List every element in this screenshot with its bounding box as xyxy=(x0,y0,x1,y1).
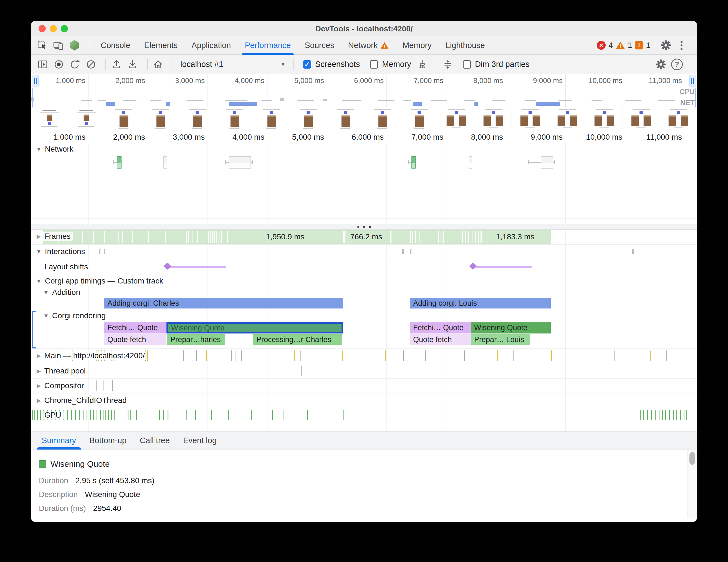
tab-performance[interactable]: Performance xyxy=(238,36,298,54)
timeline-overview[interactable]: 1,000 ms2,000 ms3,000 ms4,000 ms5,000 ms… xyxy=(31,74,697,108)
memory-checkbox[interactable]: Memory xyxy=(370,60,411,69)
dim-3rd-parties-checkbox[interactable]: Dim 3rd parties xyxy=(463,60,530,69)
tab-network[interactable]: Network! xyxy=(341,36,396,54)
status-badges[interactable]: × 4 ! 1 ! 1 xyxy=(597,41,650,50)
frames-track[interactable]: ▶ Frames 1,950.9 ms766.2 ms1,183.3 ms xyxy=(31,229,697,244)
range-edge-left[interactable] xyxy=(32,88,33,107)
screenshot-thumbnail[interactable] xyxy=(179,107,216,131)
settings-gear-icon[interactable] xyxy=(660,39,672,51)
scrollbar-thumb[interactable] xyxy=(689,452,695,465)
tab-memory[interactable]: Memory xyxy=(396,36,439,54)
tab-lighthouse[interactable]: Lighthouse xyxy=(439,36,492,54)
layout-shifts-track[interactable]: Layout shifts xyxy=(31,259,697,275)
thread-track-label[interactable]: ▶Thread pool xyxy=(34,367,88,376)
record-and-reload-icon[interactable] xyxy=(69,58,81,70)
screenshot-thumbnail[interactable] xyxy=(68,107,105,131)
screenshot-thumbnail[interactable] xyxy=(216,107,253,131)
custom-track-header[interactable]: ▼ Corgi app timings — Custom track xyxy=(31,275,697,288)
upload-profile-icon[interactable] xyxy=(110,58,123,70)
thread-track-label[interactable]: GPU xyxy=(42,411,64,420)
details-tab-bottom-up[interactable]: Bottom-up xyxy=(83,432,133,450)
timing-bar[interactable]: Processing…r Charles xyxy=(253,334,342,345)
network-request[interactable] xyxy=(225,156,253,168)
rendering-group-header[interactable]: ▼ Corgi rendering xyxy=(31,310,697,323)
extension-hexagon-icon[interactable] xyxy=(68,39,80,51)
thread-track[interactable]: ▶Thread pool xyxy=(31,364,697,379)
download-profile-icon[interactable] xyxy=(127,58,139,70)
tab-application[interactable]: Application xyxy=(184,36,238,54)
summary-scrollbar[interactable] xyxy=(687,450,697,518)
timing-bar[interactable]: Adding corgi: Charles xyxy=(104,298,343,309)
network-request[interactable] xyxy=(163,156,167,168)
shortcuts-dialog-icon[interactable] xyxy=(442,58,454,70)
details-tab-call-tree[interactable]: Call tree xyxy=(133,432,176,450)
rendering-group-label[interactable]: ▼ Corgi rendering xyxy=(41,311,108,320)
screenshot-thumbnail[interactable] xyxy=(142,107,179,131)
screenshot-thumbnail[interactable] xyxy=(475,107,512,131)
inspect-element-icon[interactable] xyxy=(36,39,48,51)
network-request[interactable] xyxy=(113,156,122,168)
timing-bar[interactable]: Quote fetch xyxy=(104,334,166,345)
screenshot-thumbnail[interactable] xyxy=(623,107,660,131)
timing-bar[interactable]: Wisening Quote xyxy=(471,323,551,334)
clear-icon[interactable] xyxy=(85,58,97,70)
screenshot-thumbnail[interactable] xyxy=(105,107,142,131)
details-tab-event-log[interactable]: Event log xyxy=(176,432,223,450)
timing-bar[interactable]: Adding corgi: Louis xyxy=(410,298,551,309)
timing-bar[interactable]: Wisening Quote xyxy=(166,323,343,334)
more-options-kebab-icon[interactable] xyxy=(676,41,687,50)
thread-track-label[interactable]: ▶Compositor xyxy=(34,381,86,390)
tab-elements[interactable]: Elements xyxy=(137,36,184,54)
screenshot-thumbnail[interactable] xyxy=(438,107,475,131)
tab-sources[interactable]: Sources xyxy=(298,36,341,54)
thread-track[interactable]: ▶Main — http://localhost:4200/ xyxy=(31,349,697,364)
details-tab-summary[interactable]: Summary xyxy=(35,432,83,450)
capture-settings-gear-icon[interactable] xyxy=(655,58,667,70)
interactions-track[interactable]: ▼ Interactions xyxy=(31,244,697,259)
layout-shift-diamond[interactable] xyxy=(164,262,171,270)
history-select[interactable]: localhost #1 ▼ xyxy=(180,60,286,69)
help-icon[interactable]: ? xyxy=(671,58,683,70)
network-request[interactable] xyxy=(469,156,472,168)
screenshot-thumbnail[interactable] xyxy=(31,107,68,131)
home-icon[interactable] xyxy=(152,58,164,70)
tracks-area[interactable]: ▶ Frames 1,950.9 ms766.2 ms1,183.3 ms ▼ … xyxy=(31,229,697,431)
thread-track-label[interactable]: ▶Chrome_ChildIOThread xyxy=(34,396,129,405)
screenshot-thumbnail[interactable] xyxy=(364,107,401,131)
device-toolbar-icon[interactable] xyxy=(52,39,64,51)
screenshot-thumbnail[interactable] xyxy=(253,107,290,131)
screenshots-checkbox[interactable]: ✓Screenshots xyxy=(303,60,360,69)
frames-track-label[interactable]: ▶ Frames xyxy=(34,232,73,241)
screenshot-thumbnail[interactable] xyxy=(549,107,586,131)
timing-bar[interactable]: Fetchi… Quote xyxy=(104,323,166,334)
custom-track-label[interactable]: ▼ Corgi app timings — Custom track xyxy=(34,276,165,286)
network-track-label[interactable]: ▼ Network xyxy=(34,145,76,153)
addition-group-label[interactable]: ▼ Addition xyxy=(41,288,82,297)
thread-track[interactable]: GPU xyxy=(31,408,697,423)
timing-bar[interactable]: Fetchi… Quote xyxy=(410,323,471,334)
thread-track[interactable]: ▶Chrome_ChildIOThread xyxy=(31,393,697,408)
screenshot-thumbnail[interactable] xyxy=(401,107,438,131)
network-request[interactable] xyxy=(528,156,555,168)
layout-shift-diamond[interactable] xyxy=(469,262,477,270)
screenshot-thumbnail[interactable] xyxy=(586,107,623,131)
layout-shifts-track-label[interactable]: Layout shifts xyxy=(42,262,90,271)
toggle-sidebar-icon[interactable] xyxy=(37,58,49,70)
collect-garbage-icon[interactable] xyxy=(416,58,428,70)
panel-resize-handle[interactable] xyxy=(31,224,697,229)
timing-bar[interactable]: Prepar… Louis xyxy=(471,334,530,345)
thread-track-label[interactable]: ▶Main — http://localhost:4200/ xyxy=(34,351,147,360)
tab-console[interactable]: Console xyxy=(94,36,137,54)
network-track[interactable]: ▼ Network xyxy=(31,142,697,224)
addition-group-header[interactable]: ▼ Addition xyxy=(31,288,697,298)
range-edge-right[interactable] xyxy=(695,88,696,107)
network-request[interactable] xyxy=(408,156,416,168)
timing-bar[interactable]: Prepar…harles xyxy=(167,334,225,345)
range-handle-right[interactable] xyxy=(689,75,696,87)
screenshot-thumbnail[interactable] xyxy=(327,107,364,131)
timing-bar[interactable]: Quote fetch xyxy=(410,334,471,345)
screenshot-thumbnail[interactable] xyxy=(512,107,549,131)
screenshot-thumbnail[interactable] xyxy=(290,107,327,131)
record-button[interactable] xyxy=(53,58,65,70)
range-handle-left[interactable] xyxy=(32,75,39,87)
